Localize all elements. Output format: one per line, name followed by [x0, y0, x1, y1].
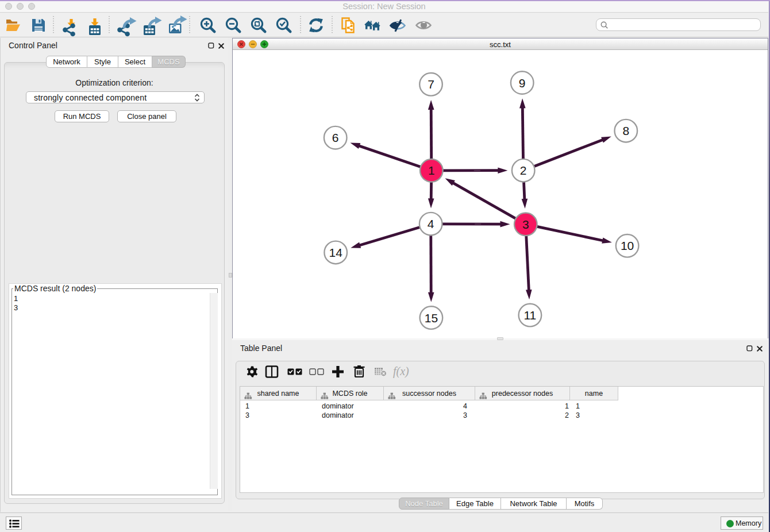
- svg-text:14: 14: [329, 246, 343, 259]
- svg-text:1: 1: [428, 164, 435, 177]
- svg-text:3: 3: [522, 218, 529, 231]
- svg-text:15: 15: [425, 311, 438, 325]
- svg-text:9: 9: [519, 76, 526, 90]
- svg-text:7: 7: [428, 78, 434, 91]
- svg-text:6: 6: [332, 131, 339, 144]
- svg-text:11: 11: [523, 309, 536, 322]
- svg-text:4: 4: [428, 217, 434, 230]
- svg-text:10: 10: [621, 239, 634, 252]
- svg-text:2: 2: [520, 164, 527, 177]
- svg-text:8: 8: [622, 124, 629, 137]
